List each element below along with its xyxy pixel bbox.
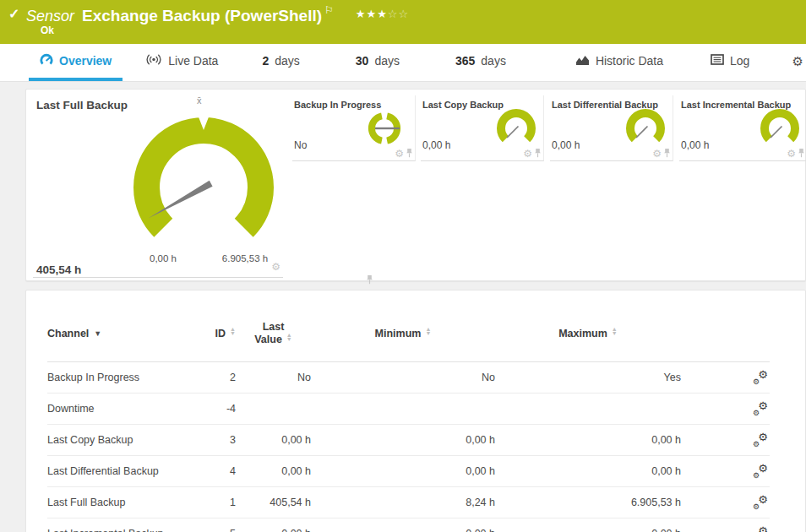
gauge-settings-icon[interactable]: ⚙ — [787, 148, 796, 160]
tab-historic-data-label: Historic Data — [596, 54, 663, 68]
channel-name[interactable]: Last Copy Backup — [47, 424, 182, 455]
tab-live-data-label: Live Data — [168, 54, 218, 68]
gauge-dial — [366, 110, 403, 147]
channel-name[interactable]: Backup In Progress — [47, 361, 182, 393]
table-row[interactable]: Last Differential Backup 4 0,00 h 0,00 h… — [47, 455, 770, 486]
channel-id: 4 — [182, 455, 236, 486]
column-header-actions — [681, 306, 770, 361]
gauge-last-differential-backup[interactable]: Last Differential Backup 0,00 h ⚙ — [550, 95, 673, 161]
column-header-maximum[interactable]: Maximum▲▼ — [495, 306, 681, 361]
gauge-settings-icon[interactable]: ⚙ — [652, 148, 662, 160]
sensor-header: ✓ SensorExchange Backup (PowerShell)⚐★★★… — [0, 0, 806, 44]
column-header-id[interactable]: ID▲▼ — [182, 306, 236, 361]
tab-30-days[interactable]: 30 days — [345, 44, 411, 81]
channel-name[interactable]: Downtime — [47, 393, 182, 424]
gauge-backup-in-progress[interactable]: Backup In Progress No ⚙ — [292, 95, 416, 161]
tab-2-days[interactable]: 2 days — [251, 44, 310, 81]
channel-id: -4 — [182, 393, 236, 424]
flag-icon[interactable]: ⚐ — [324, 4, 334, 16]
channel-minimum: 0,00 h — [311, 518, 495, 532]
gauge-last-copy-backup[interactable]: Last Copy Backup 0,00 h ⚙ — [421, 95, 544, 161]
gauge-current-value: 0,00 h — [422, 139, 450, 151]
pin-icon[interactable] — [406, 148, 413, 158]
gauge-max-label: 6.905,53 h — [210, 253, 280, 263]
pin-icon[interactable] — [798, 148, 805, 158]
channels-panel: Channel▼ ID▲▼ LastValue▲▼ Minimum▲▼ Maxi… — [25, 290, 806, 532]
tab-live-data[interactable]: Live Data — [134, 44, 229, 81]
tab-bar: Overview Live Data 2 days 30 days 365 da… — [0, 44, 806, 82]
channel-last-value — [236, 393, 311, 424]
table-row[interactable]: Backup In Progress 2 No No Yes ⚙⚙ — [47, 361, 770, 393]
pin-icon[interactable] — [663, 148, 671, 158]
gauge-settings-icon[interactable]: ⚙ — [395, 148, 404, 160]
table-row[interactable]: Last Incremental Backup 5 0,00 h 0,00 h … — [47, 518, 770, 532]
column-header-last-value[interactable]: LastValue▲▼ — [236, 306, 311, 361]
column-header-minimum[interactable]: Minimum▲▼ — [311, 306, 495, 361]
channel-last-value: No — [236, 361, 311, 393]
gauge-settings-icon[interactable]: ⚙ — [271, 261, 280, 273]
tab-settings[interactable]: ⚙ Settings — [781, 44, 806, 81]
area-chart-icon — [575, 54, 590, 68]
channel-minimum: 8,24 h — [311, 486, 495, 518]
stars-filled[interactable]: ★★★ — [356, 8, 388, 20]
gauge-title: Last Full Backup — [36, 99, 128, 111]
channel-maximum: Yes — [495, 361, 681, 393]
gauge-title: Backup In Progress — [294, 100, 381, 110]
sort-desc-icon: ▼ — [94, 329, 101, 338]
channel-settings-icon[interactable]: ⚙⚙ — [754, 495, 768, 508]
table-row[interactable]: Downtime -4 ⚙⚙ — [47, 393, 770, 424]
channel-last-value: 0,00 h — [236, 518, 311, 532]
tab-historic-data[interactable]: Historic Data — [564, 44, 674, 81]
gauge-current-value: 405,54 h — [36, 263, 81, 276]
tab-log[interactable]: Log — [700, 44, 760, 81]
tab-2-days-number: 2 — [262, 54, 269, 68]
channel-table: Channel▼ ID▲▼ LastValue▲▼ Minimum▲▼ Maxi… — [47, 306, 770, 532]
channel-id: 2 — [182, 361, 236, 393]
gauge-last-incremental-backup[interactable]: Last Incremental Backup 0,00 h ⚙ — [679, 95, 806, 161]
column-header-channel[interactable]: Channel▼ — [47, 306, 182, 361]
channel-id: 5 — [182, 518, 236, 532]
status-badge: Ok — [41, 24, 54, 36]
pin-icon[interactable] — [366, 274, 373, 285]
tab-log-label: Log — [730, 54, 749, 68]
tab-365-days[interactable]: 365 days — [444, 44, 517, 81]
table-row[interactable]: Last Full Backup 1 405,54 h 8,24 h 6.905… — [47, 486, 770, 518]
gauge-min-label: 0,00 h — [138, 253, 188, 263]
table-row[interactable]: Last Copy Backup 3 0,00 h 0,00 h 0,00 h … — [47, 424, 770, 455]
pin-icon[interactable] — [534, 148, 542, 158]
sort-icon: ▲▼ — [286, 333, 292, 341]
channel-settings-icon[interactable]: ⚙⚙ — [754, 401, 768, 415]
channel-settings-icon[interactable]: ⚙⚙ — [754, 432, 768, 446]
live-data-icon — [145, 53, 162, 68]
channel-maximum — [495, 393, 681, 424]
gauge-settings-icon[interactable]: ⚙ — [523, 148, 532, 160]
channel-settings-icon[interactable]: ⚙⚙ — [754, 370, 768, 383]
tab-overview-label: Overview — [59, 54, 112, 68]
channel-id: 1 — [182, 486, 236, 518]
channel-minimum: 0,00 h — [311, 455, 495, 486]
priority-stars[interactable]: ★★★☆☆ — [356, 8, 409, 20]
sort-icon: ▲▼ — [425, 327, 431, 335]
channel-maximum: 0,00 h — [495, 455, 681, 486]
gauge-last-full-backup[interactable]: Last Full Backup x̄ 0,00 h 6.905,53 h 40… — [26, 90, 284, 280]
tab-30-days-label: days — [374, 54, 400, 68]
gear-icon: ⚙ — [792, 55, 803, 68]
channel-maximum: 0,00 h — [495, 518, 681, 532]
channel-name[interactable]: Last Incremental Backup — [47, 518, 182, 532]
gauge-current-value: 0,00 h — [681, 139, 709, 151]
divider — [33, 277, 283, 278]
gauge-dial — [624, 106, 667, 150]
channel-maximum: 0,00 h — [495, 424, 681, 455]
tab-2-days-label: days — [275, 54, 300, 68]
channel-settings-icon[interactable]: ⚙⚙ — [754, 464, 768, 477]
tab-overview[interactable]: Overview — [29, 44, 123, 81]
channel-name[interactable]: Last Differential Backup — [47, 455, 182, 486]
channel-settings-icon[interactable]: ⚙⚙ — [754, 526, 768, 532]
sort-icon: ▲▼ — [612, 327, 618, 335]
tab-365-days-number: 365 — [455, 54, 475, 68]
stars-empty[interactable]: ☆☆ — [388, 8, 409, 20]
channel-name[interactable]: Last Full Backup — [47, 486, 182, 518]
gauge-title: Last Copy Backup — [422, 100, 504, 110]
channel-last-value: 0,00 h — [236, 455, 311, 486]
tab-30-days-number: 30 — [356, 54, 369, 68]
